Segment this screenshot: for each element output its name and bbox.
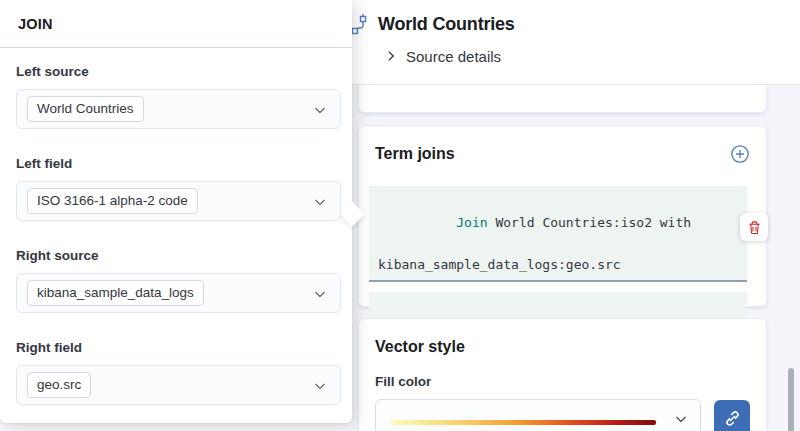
left-field-label: Left field	[16, 154, 341, 173]
link-style-button[interactable]	[714, 400, 750, 431]
chevron-down-icon	[312, 102, 328, 118]
source-details-accordion[interactable]: Source details	[384, 46, 501, 66]
expression-keyword: Join	[456, 215, 487, 230]
right-field-label: Right field	[16, 338, 341, 357]
join-popover-header: JOIN	[0, 0, 352, 48]
join-popover: JOIN Left source World Countries Left fi…	[0, 0, 352, 423]
link-icon	[724, 410, 741, 427]
term-joins-title: Term joins	[375, 142, 455, 166]
left-source-label: Left source	[16, 62, 341, 81]
join-expression[interactable]: Join World Countries:iso2 with kibana_sa…	[369, 186, 747, 282]
left-field-select[interactable]: ISO 3166-1 alpha-2 code	[16, 181, 341, 221]
chevron-down-icon	[312, 378, 328, 394]
selected-value-badge: ISO 3166-1 alpha-2 code	[27, 188, 198, 214]
term-joins-card: Term joins Join World Countries:iso2 wit…	[358, 125, 767, 307]
vector-layer-icon	[350, 14, 370, 36]
chevron-down-icon	[673, 411, 689, 427]
left-source-select[interactable]: World Countries	[16, 89, 341, 129]
join-popover-title: JOIN	[18, 16, 53, 32]
layer-title: World Countries	[378, 11, 515, 37]
chevron-right-icon	[384, 49, 398, 63]
scrolled-card-remnant	[358, 85, 767, 113]
color-ramp-gradient	[391, 420, 656, 425]
selected-value-badge: geo.src	[27, 372, 91, 398]
fill-color-label: Fill color	[375, 372, 750, 391]
selected-value-badge: World Countries	[27, 96, 144, 122]
vector-style-card: Vector style Fill color	[358, 318, 767, 431]
chevron-down-icon	[312, 194, 328, 210]
delete-join-button[interactable]	[740, 213, 768, 241]
add-join-button[interactable]	[730, 144, 750, 164]
expression-text: World Countries:iso2 with	[488, 215, 692, 230]
right-source-select[interactable]: kibana_sample_data_logs	[16, 273, 341, 313]
selected-value-badge: kibana_sample_data_logs	[27, 280, 204, 306]
trash-icon	[747, 220, 762, 235]
chevron-down-icon	[312, 286, 328, 302]
right-source-label: Right source	[16, 246, 341, 265]
scrollbar-thumb[interactable]	[788, 368, 794, 431]
plus-in-circle-icon	[730, 144, 750, 164]
fill-color-ramp-select[interactable]	[375, 399, 701, 431]
vector-style-title: Vector style	[375, 335, 750, 359]
expression-text: kibana_sample_data_logs:geo.src	[378, 254, 738, 275]
source-details-label: Source details	[406, 48, 501, 65]
right-field-select[interactable]: geo.src	[16, 365, 341, 405]
